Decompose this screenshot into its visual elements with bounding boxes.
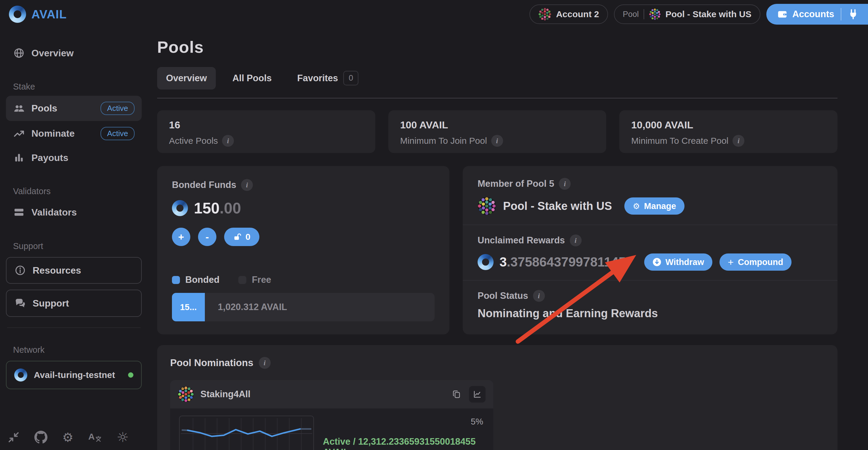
pools-active-badge: Active [100, 102, 134, 115]
unlock-icon [233, 233, 241, 241]
accounts-button-label: Accounts [793, 9, 834, 20]
pool-pill-label: Pool - Stake with US [665, 9, 751, 19]
avail-logo-icon [9, 6, 26, 23]
topbar-right: Account 2 Pool Pool - Stake with US Acco… [529, 0, 868, 28]
accounts-button[interactable]: Accounts [777, 9, 834, 20]
server-icon [13, 206, 25, 218]
nomination-item: Staking4All [170, 380, 493, 450]
pool-status-value: Nominating and Earning Rewards [477, 307, 823, 320]
info-icon[interactable]: i [533, 290, 545, 302]
sidebar: Overview Stake Pools Active Nominate Act… [0, 28, 148, 450]
bond-add-button[interactable]: + [172, 228, 190, 246]
topbar: AVAIL Account 2 Pool Pool - Stake with U… [0, 0, 868, 28]
github-icon [34, 431, 48, 444]
pool-nominations-title: Pool Nominations [170, 357, 253, 368]
compound-button[interactable]: + Compound [719, 253, 792, 271]
member-pool-card: Member of Pool 5 i Pool - Stake with US … [463, 166, 837, 334]
tab-overview[interactable]: Overview [157, 67, 216, 90]
sidebar-section-support: Support [6, 241, 142, 251]
stat-card-min-create: 10,000 AVAIL Minimum To Create Pool i [619, 110, 837, 153]
sidebar-section-validators: Validators [6, 187, 142, 196]
bar-chart-icon [13, 152, 25, 163]
app-root: AVAIL Account 2 Pool Pool - Stake with U… [0, 0, 868, 450]
connect-plug-button[interactable] [848, 9, 860, 20]
info-icon[interactable]: i [241, 179, 253, 191]
member-pool-identicon [477, 197, 496, 215]
info-icon[interactable]: i [570, 234, 582, 246]
stat-label: Minimum To Create Pool [631, 136, 728, 146]
info-icon[interactable]: i [222, 135, 234, 147]
sidebar-item-support[interactable]: Support [6, 290, 142, 317]
bonded-ratio-bar[interactable]: 15... 1,020.312 AVAIL [172, 293, 435, 321]
bonded-bar-fill: 15... [172, 293, 205, 321]
language-button[interactable]: A [88, 432, 102, 442]
sidebar-item-overview[interactable]: Overview [6, 41, 142, 65]
commission-rate: 5% [471, 417, 483, 426]
tab-favorites[interactable]: Favorites 0 [288, 65, 368, 91]
pool-pill[interactable]: Pool Pool - Stake with US [614, 4, 761, 24]
legend-bonded-swatch [172, 276, 180, 284]
trending-up-icon [13, 128, 25, 140]
globe-icon [13, 47, 25, 59]
tabs-divider [157, 98, 837, 98]
sidebar-item-nominate[interactable]: Nominate Active [6, 121, 142, 146]
theme-toggle-button[interactable]: ☼ [117, 429, 129, 445]
unlocks-button[interactable]: 0 [224, 228, 259, 246]
sidebar-item-payouts[interactable]: Payouts [6, 146, 142, 169]
plug-icon [848, 9, 859, 20]
sidebar-section-network: Network [6, 345, 142, 355]
network-name: Avail-turing-testnet [34, 370, 115, 380]
settings-button[interactable]: ⚙ [62, 430, 73, 445]
legend-free-label: Free [252, 275, 271, 285]
bonded-funds-title: Bonded Funds [172, 180, 236, 190]
sidebar-item-label: Nominate [31, 128, 75, 139]
stat-card-active-pools: 16 Active Pools i [157, 110, 375, 153]
sidebar-item-validators[interactable]: Validators [6, 200, 142, 224]
account-pill[interactable]: Account 2 [529, 4, 608, 24]
network-status-dot [128, 372, 133, 378]
stat-value: 16 [169, 119, 364, 131]
copy-address-button[interactable] [448, 386, 465, 403]
info-icon[interactable]: i [259, 357, 271, 369]
chat-bubbles-icon [14, 297, 26, 309]
copy-icon [452, 390, 461, 399]
collapse-sidebar-button[interactable] [8, 431, 20, 443]
network-avail-icon [14, 368, 27, 382]
bonded-legend: Bonded Free [172, 275, 435, 285]
tab-all-pools[interactable]: All Pools [223, 67, 281, 90]
stats-row: 16 Active Pools i 100 AVAIL Minimum To J… [157, 110, 837, 153]
unlocks-count: 0 [245, 232, 250, 242]
accounts-pill-divider [841, 8, 841, 21]
sidebar-item-pools[interactable]: Pools Active [6, 96, 142, 121]
validator-metrics-button[interactable] [469, 386, 486, 403]
withdraw-button[interactable]: Withdraw [644, 253, 712, 271]
bonded-bar-free: 1,020.312 AVAIL [205, 293, 287, 321]
gear-icon: ⚙ [632, 201, 640, 211]
manage-button[interactable]: ⚙ Manage [624, 197, 684, 215]
withdraw-button-label: Withdraw [665, 257, 704, 267]
github-button[interactable] [34, 431, 48, 444]
accounts-pill: Accounts [766, 4, 868, 25]
brand-logo[interactable]: AVAIL [9, 6, 67, 23]
line-chart-icon [473, 390, 482, 399]
sidebar-item-label: Validators [31, 207, 77, 218]
info-icon[interactable]: i [733, 135, 744, 147]
sidebar-item-resources[interactable]: Resources [6, 257, 142, 284]
sidebar-item-label: Resources [33, 265, 81, 276]
bond-subtract-button[interactable]: - [198, 228, 216, 246]
stat-label: Minimum To Join Pool [400, 136, 487, 146]
network-selector[interactable]: Avail-turing-testnet [6, 361, 142, 389]
info-icon[interactable]: i [559, 178, 571, 190]
avail-token-icon [172, 200, 188, 216]
stat-value: 10,000 AVAIL [631, 119, 826, 131]
divider [463, 280, 837, 281]
member-pool-name: Pool - Stake with US [503, 200, 612, 213]
nomination-sparkline [180, 416, 313, 450]
account-pill-label: Account 2 [556, 9, 599, 19]
account-identicon [538, 8, 551, 21]
manage-button-label: Manage [644, 201, 676, 211]
unclaimed-amount: 3 [499, 255, 507, 269]
pool-nominations-card: Pool Nominations i Staking4All [157, 345, 837, 450]
nominate-active-badge: Active [100, 127, 134, 140]
info-icon[interactable]: i [491, 135, 503, 147]
